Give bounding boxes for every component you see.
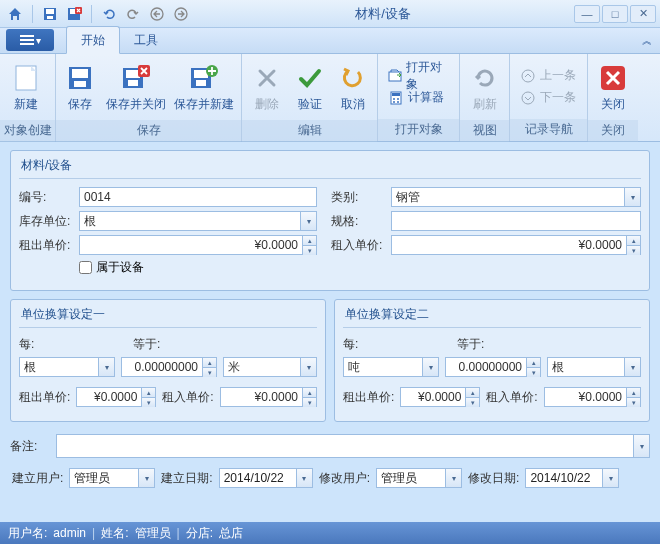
tab-start[interactable]: 开始 xyxy=(66,26,120,54)
svg-point-29 xyxy=(397,101,399,103)
svg-point-30 xyxy=(522,70,534,82)
c2-rent-in-label: 租入单价: xyxy=(486,389,537,406)
svg-rect-8 xyxy=(20,35,34,37)
c1-rent-in-label: 租入单价: xyxy=(162,389,213,406)
group-save-label: 保存 xyxy=(56,120,241,142)
close-large-icon xyxy=(597,62,629,94)
create-date-label: 建立日期: xyxy=(161,470,212,487)
spec-label: 规格: xyxy=(331,213,387,230)
refresh-button[interactable]: 刷新 xyxy=(464,56,505,118)
close-button[interactable]: 关闭 xyxy=(592,56,634,118)
conv1-title: 单位换算设定一 xyxy=(19,306,317,328)
spinner-up-icon[interactable]: ▴ xyxy=(302,236,316,246)
open-object-button[interactable]: 打开对象 xyxy=(384,65,453,87)
save-new-button[interactable]: 保存并新建 xyxy=(171,56,237,118)
save-close-large-icon xyxy=(120,62,152,94)
quick-access-toolbar xyxy=(4,3,192,25)
ribbon-collapse-icon[interactable]: ︽ xyxy=(642,34,652,48)
svg-rect-21 xyxy=(196,80,206,86)
save-new-large-icon xyxy=(188,62,220,94)
delete-icon xyxy=(251,62,283,94)
save-icon[interactable] xyxy=(39,3,61,25)
equals-label-2: 等于: xyxy=(457,336,484,353)
spinner-down-icon[interactable]: ▾ xyxy=(302,246,316,255)
chevron-down-icon[interactable]: ▾ xyxy=(300,212,316,230)
prev-record-button[interactable]: 上一条 xyxy=(516,65,580,87)
status-user: admin xyxy=(53,526,86,540)
validate-button[interactable]: 验证 xyxy=(289,56,330,118)
stock-unit-combo[interactable] xyxy=(79,211,317,231)
new-button[interactable]: 新建 xyxy=(4,56,48,118)
chevron-down-icon[interactable]: ▾ xyxy=(602,469,618,487)
chevron-down-icon[interactable]: ▾ xyxy=(422,358,438,376)
svg-rect-2 xyxy=(47,16,53,19)
next-record-button[interactable]: 下一条 xyxy=(516,87,580,109)
chevron-down-icon[interactable]: ▾ xyxy=(138,469,154,487)
chevron-down-icon[interactable]: ▾ xyxy=(445,469,461,487)
home-icon[interactable] xyxy=(4,3,26,25)
svg-rect-14 xyxy=(74,81,86,87)
calculator-button[interactable]: 计算器 xyxy=(384,87,453,109)
prev-record-icon[interactable] xyxy=(146,3,168,25)
spinner-up-icon[interactable]: ▴ xyxy=(626,236,640,246)
per-label-2: 每: xyxy=(343,336,363,353)
cancel-button[interactable]: 取消 xyxy=(332,56,373,118)
svg-rect-1 xyxy=(46,9,54,14)
svg-rect-16 xyxy=(126,70,140,78)
ribbon: 新建 对象创建 保存 保存并关闭 保存并新建 保存 删除 xyxy=(0,54,660,142)
save-close-icon[interactable] xyxy=(63,3,85,25)
next-record-icon[interactable] xyxy=(170,3,192,25)
svg-rect-20 xyxy=(194,70,208,78)
status-bar: 用户名: admin | 姓名: 管理员 | 分店: 总店 xyxy=(0,522,660,544)
status-user-label: 用户名: xyxy=(8,525,47,542)
equals-label: 等于: xyxy=(133,336,160,353)
chevron-down-icon[interactable]: ▾ xyxy=(633,435,649,457)
rent-in-input[interactable] xyxy=(391,235,641,255)
rent-in-label: 租入单价: xyxy=(331,237,387,254)
close-window-button[interactable]: ✕ xyxy=(630,5,656,23)
group-edit-label: 编辑 xyxy=(242,120,377,142)
rent-out-input[interactable] xyxy=(79,235,317,255)
status-branch-label: 分店: xyxy=(186,525,213,542)
status-name: 管理员 xyxy=(135,525,171,542)
title-bar: 材料/设备 — □ ✕ xyxy=(0,0,660,28)
category-combo[interactable] xyxy=(391,187,641,207)
tab-tools[interactable]: 工具 xyxy=(120,27,172,53)
status-branch: 总店 xyxy=(219,525,243,542)
spinner-down-icon[interactable]: ▾ xyxy=(626,246,640,255)
conv2-title: 单位换算设定二 xyxy=(343,306,641,328)
svg-point-27 xyxy=(397,98,399,100)
svg-rect-10 xyxy=(20,43,34,45)
panel-conversion-2: 单位换算设定二 每: 等于: ▾ ▴▾ ▾ 租出单价: ▴▾ 租入单价: ▴▾ xyxy=(334,299,650,422)
form-area: 材料/设备 编号: 类别: ▾ 库存单位: ▾ 规格: 租出单价: xyxy=(0,142,660,488)
delete-button[interactable]: 删除 xyxy=(246,56,287,118)
modify-user-label: 修改用户: xyxy=(319,470,370,487)
redo-icon[interactable] xyxy=(122,3,144,25)
app-menu-button[interactable]: ▾ xyxy=(6,29,54,51)
is-equipment-checkbox[interactable]: 属于设备 xyxy=(79,259,144,276)
chevron-down-icon[interactable]: ▾ xyxy=(296,469,312,487)
chevron-down-icon[interactable]: ▾ xyxy=(300,358,316,376)
remark-input[interactable] xyxy=(56,434,650,458)
arrow-up-icon xyxy=(520,68,536,84)
chevron-down-icon[interactable]: ▾ xyxy=(624,188,640,206)
category-label: 类别: xyxy=(331,189,387,206)
svg-rect-13 xyxy=(72,69,88,78)
chevron-down-icon[interactable]: ▾ xyxy=(98,358,114,376)
number-input[interactable] xyxy=(79,187,317,207)
spec-input[interactable] xyxy=(391,211,641,231)
save-button[interactable]: 保存 xyxy=(60,56,101,118)
chevron-down-icon[interactable]: ▾ xyxy=(624,358,640,376)
group-view-label: 视图 xyxy=(460,120,509,142)
svg-rect-25 xyxy=(392,93,400,96)
minimize-button[interactable]: — xyxy=(574,5,600,23)
save-close-button[interactable]: 保存并关闭 xyxy=(103,56,169,118)
svg-point-26 xyxy=(393,98,395,100)
undo-icon[interactable] xyxy=(98,3,120,25)
c2-rent-out-label: 租出单价: xyxy=(343,389,394,406)
svg-point-28 xyxy=(393,101,395,103)
c1-rent-out-label: 租出单价: xyxy=(19,389,70,406)
rent-out-label: 租出单价: xyxy=(19,237,75,254)
maximize-button[interactable]: □ xyxy=(602,5,628,23)
group-open-label: 打开对象 xyxy=(378,119,459,141)
